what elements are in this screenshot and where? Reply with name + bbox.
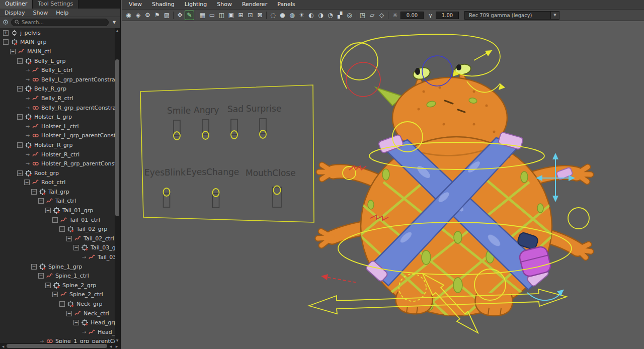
vertical-scroll-thumb[interactable]	[115, 59, 119, 216]
collapse-toggle-icon[interactable]: −	[52, 292, 58, 297]
bookmark-icon[interactable]: ⚑	[152, 11, 162, 20]
tree-row[interactable]: −Tail_01_ctrl	[0, 215, 115, 225]
use-all-lights-icon[interactable]: ☀	[297, 11, 306, 20]
view-transform-caret-icon[interactable]: ▼	[551, 11, 559, 20]
exposure-input[interactable]	[400, 12, 424, 19]
menu-lighting[interactable]: Lighting	[180, 1, 212, 9]
tree-row[interactable]: →Holster_L_ctrl	[0, 122, 115, 131]
tree-row[interactable]: −Tail_grp	[0, 187, 115, 197]
menu-show[interactable]: Show	[33, 10, 48, 16]
gamma-input[interactable]	[436, 12, 459, 19]
tree-row[interactable]: −Belly_R_grp	[0, 84, 115, 94]
wireframe-icon[interactable]: ◌	[268, 11, 278, 20]
tab-tool-settings[interactable]: Tool Settings	[33, 0, 78, 9]
tree-row[interactable]: −Root_ctrl	[0, 178, 115, 188]
safe-action-icon[interactable]: ⊡	[246, 11, 255, 20]
board-label-eyeschange[interactable]: EyesChange	[186, 167, 239, 177]
lock-camera-icon[interactable]: ◈	[133, 11, 143, 20]
tree-row[interactable]: −Neck_ctrl	[0, 309, 115, 318]
menu-display[interactable]: Display	[5, 10, 25, 16]
gamma-icon[interactable]: γ	[427, 12, 434, 19]
collapse-toggle-icon[interactable]: −	[59, 301, 65, 307]
tree-row[interactable]: −Neck_grp	[0, 299, 115, 309]
motion-blur-icon[interactable]: ◔	[326, 11, 335, 20]
collapse-toggle-icon[interactable]: −	[24, 180, 30, 185]
collapse-toggle-icon[interactable]: −	[17, 142, 23, 148]
tree-row[interactable]: −Tail_02_grp	[0, 224, 115, 234]
select-camera-icon[interactable]: ◉	[124, 11, 133, 20]
collapse-toggle-icon[interactable]: −	[38, 198, 44, 204]
tree-row[interactable]: →Belly_R_grp_parentConstraint1	[0, 103, 115, 113]
collapse-toggle-icon[interactable]: −	[66, 311, 72, 316]
safe-title-icon[interactable]: ⊠	[255, 11, 265, 20]
tree-row[interactable]: −Tail_03_grp	[0, 243, 115, 253]
tree-row[interactable]: −Spine_1_grp	[0, 262, 115, 272]
tree-row[interactable]: −Root_grp	[0, 168, 115, 178]
collapse-toggle-icon[interactable]: −	[10, 49, 16, 54]
gate-mask-icon[interactable]: ▣	[226, 11, 236, 20]
x-ray-icon[interactable]: ▱	[367, 11, 377, 20]
tree-row[interactable]: −MAIN_grp	[0, 38, 115, 47]
board-label-angry[interactable]: Angry	[194, 105, 219, 115]
horizontal-scroll-thumb[interactable]	[7, 344, 107, 348]
tree-row[interactable]: →Holster_R_ctrl	[0, 150, 115, 159]
tree-row[interactable]: +j_pelvis	[0, 28, 115, 38]
filter-icon[interactable]	[2, 19, 9, 26]
menu-shading[interactable]: Shading	[147, 1, 180, 9]
tree-row[interactable]: −Holster_R_grp	[0, 140, 115, 150]
search-input[interactable]	[22, 20, 105, 25]
collapse-toggle-icon[interactable]: −	[45, 283, 51, 288]
board-label-sad[interactable]: Sad	[227, 104, 244, 114]
textured-icon[interactable]: ◍	[287, 11, 297, 20]
collapse-toggle-icon[interactable]: −	[66, 236, 72, 241]
scroll-up-icon[interactable]: ▲	[115, 28, 120, 33]
exposure-icon[interactable]: ☼	[391, 12, 399, 19]
scroll-right-icon[interactable]: ▶	[114, 344, 120, 348]
anti-aliasing-icon[interactable]: ▞	[335, 11, 345, 20]
tree-row[interactable]: −Spine_2_grp	[0, 281, 115, 290]
tab-outliner[interactable]: Outliner	[0, 0, 33, 9]
screen-space-ao-icon[interactable]: ◑	[316, 11, 326, 20]
collapse-toggle-icon[interactable]: −	[17, 58, 23, 64]
menu-show[interactable]: Show	[212, 1, 237, 9]
3d-canvas[interactable]: Smile Angry Sad Surprise EyesBlink EyesC…	[122, 21, 644, 349]
eyesblink-slider-knob[interactable]	[164, 188, 170, 196]
outliner-horizontal-scrollbar[interactable]: ◀ ◀ ▶	[0, 343, 120, 349]
menu-help[interactable]: Help	[56, 10, 68, 16]
tree-row[interactable]: −Spine_1_ctrl	[0, 271, 115, 281]
menu-panels[interactable]: Panels	[272, 1, 300, 9]
scroll-left2-icon[interactable]: ◀	[108, 344, 114, 348]
scroll-down-icon[interactable]: ▼	[115, 338, 120, 343]
eyeschange-slider-knob[interactable]	[213, 189, 219, 197]
x-ray-joints-icon[interactable]: ◇	[377, 11, 386, 20]
collapse-toggle-icon[interactable]: −	[59, 226, 65, 232]
grid-icon[interactable]: ▦	[198, 11, 207, 20]
outliner-vertical-scrollbar[interactable]: ▲ ▼	[115, 28, 120, 343]
collapse-toggle-icon[interactable]: −	[17, 86, 23, 92]
tree-row[interactable]: −MAIN_ctl	[0, 47, 115, 56]
view-transform-dropdown[interactable]: Rec 709 gamma (legacy)	[464, 11, 551, 20]
collapse-toggle-icon[interactable]: −	[38, 273, 44, 279]
collapse-toggle-icon[interactable]: −	[45, 208, 51, 213]
2d-pan-zoom-icon[interactable]: ✥	[175, 11, 185, 20]
smooth-shade-all-icon[interactable]: ●	[278, 11, 287, 20]
shadows-icon[interactable]: ◐	[306, 11, 316, 20]
board-label-surprise[interactable]: Surprise	[246, 104, 281, 114]
collapse-toggle-icon[interactable]: −	[17, 170, 23, 176]
resolution-gate-icon[interactable]: ◫	[217, 11, 226, 20]
scroll-left-icon[interactable]: ◀	[0, 344, 6, 348]
collapse-toggle-icon[interactable]: −	[31, 189, 37, 195]
board-label-eyesblink[interactable]: EyesBlink	[144, 167, 186, 178]
dashed-red-arrow[interactable]	[323, 277, 357, 283]
tree-row[interactable]: →Belly_R_ctrl	[0, 94, 115, 103]
surprise-slider-knob[interactable]	[260, 130, 266, 138]
board-label-smile[interactable]: Smile	[167, 106, 191, 116]
search-options-caret-icon[interactable]: ▼	[111, 20, 118, 25]
tree-row[interactable]: →Holster_L_grp_parentConstraint1	[0, 131, 115, 141]
collapse-toggle-icon[interactable]: −	[73, 320, 79, 325]
image-plane-icon[interactable]: ▨	[162, 11, 172, 20]
collapse-toggle-icon[interactable]: −	[17, 114, 23, 120]
tree-row[interactable]: →Tail_03_ctrl	[0, 252, 115, 262]
smile-slider-knob[interactable]	[174, 132, 180, 140]
tree-row[interactable]: →Spine_1_grp_parentConstraint1	[0, 337, 115, 343]
